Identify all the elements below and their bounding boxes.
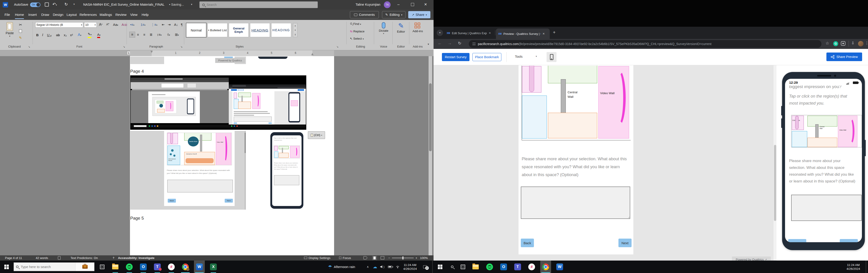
restart-survey-button[interactable]: Restart Survey: [442, 53, 469, 61]
font-dialog-launcher[interactable]: ↘: [123, 45, 125, 48]
survey-scrollbar[interactable]: [774, 65, 776, 261]
text-effects-icon[interactable]: A▾: [78, 33, 81, 37]
tab-design[interactable]: Design: [52, 9, 65, 20]
document-page[interactable]: Powered by Qualtrics Page 4: [130, 56, 334, 255]
zoom-slider[interactable]: [392, 257, 414, 258]
onedrive-icon[interactable]: ☁: [372, 261, 378, 273]
textarea-resize-handle[interactable]: [628, 216, 630, 218]
reload-icon[interactable]: ↻: [458, 41, 461, 46]
style-heading-2[interactable]: HEADING: [271, 23, 291, 37]
floorplan-video-wall-room[interactable]: [598, 66, 629, 139]
redo-icon[interactable]: ↻: [64, 2, 68, 7]
floorplan-blue-room[interactable]: [522, 95, 547, 139]
taskbar2-slack[interactable]: #: [526, 261, 537, 273]
tab-file[interactable]: File: [2, 9, 13, 20]
replace-button[interactable]: ⇆ Replace: [350, 29, 365, 33]
addins-button[interactable]: Add-ins: [410, 22, 425, 33]
volume-icon[interactable]: ): [379, 261, 385, 273]
tab-insert[interactable]: Insert: [26, 9, 39, 20]
new-tab-icon[interactable]: +: [553, 30, 556, 35]
zoom-level[interactable]: 100%: [420, 255, 428, 261]
align-center-button[interactable]: ≡: [137, 33, 139, 36]
sort-icon[interactable]: A↓: [174, 23, 178, 26]
site-settings-icon[interactable]: [472, 43, 475, 45]
minimize-button[interactable]: –: [397, 2, 399, 7]
ruler[interactable]: L 1 2 3 4 5 6: [0, 50, 434, 56]
borders-icon[interactable]: ⊞▾: [175, 33, 179, 37]
status-words[interactable]: 42 words: [36, 255, 48, 261]
taskbar2-word[interactable]: W: [554, 261, 565, 273]
font-color-button[interactable]: A▾: [97, 33, 101, 36]
doc-image-screenshot-2[interactable]: Satellite Model Informational Panels Int…: [130, 131, 306, 210]
word-search-input[interactable]: [207, 3, 297, 6]
status-predictions[interactable]: Text Predictions: On: [70, 255, 98, 261]
floorplan-entry-pill[interactable]: [529, 66, 534, 92]
tab-view[interactable]: View: [128, 9, 139, 20]
font-size-combo[interactable]: 10▾: [84, 22, 97, 28]
clock[interactable]: 11:24 AM 4/26/2024: [401, 261, 419, 273]
tab-search-icon[interactable]: ▾: [437, 30, 443, 36]
styles-gallery-scroll[interactable]: ▴▾⊻: [293, 23, 298, 37]
search-highlight-button[interactable]: [75, 263, 94, 271]
paragraph-dialog-launcher[interactable]: ↘: [180, 45, 182, 48]
status-accessibility[interactable]: Accessibility: Investigate: [118, 255, 154, 261]
grammarly-extension-icon[interactable]: G: [833, 41, 838, 46]
tab-references[interactable]: References: [79, 9, 98, 20]
align-right-button[interactable]: ≡: [143, 33, 145, 36]
title-chevron-icon[interactable]: ▾: [191, 3, 192, 6]
task-view-button-2[interactable]: [458, 261, 468, 273]
pilcrow-icon[interactable]: ¶: [181, 23, 183, 26]
phone-next-button[interactable]: [840, 239, 858, 242]
tab-help[interactable]: Help: [140, 9, 151, 20]
editor-button[interactable]: ✎ Editor: [394, 22, 408, 33]
taskbar-slack[interactable]: #: [166, 261, 177, 273]
undo-icon[interactable]: ↶▾: [53, 2, 57, 7]
subscript-button[interactable]: x₂: [64, 33, 67, 37]
grow-font-icon[interactable]: A▴: [99, 23, 102, 27]
numbering-icon[interactable]: 1≡▾: [141, 23, 146, 26]
decrease-indent-icon[interactable]: ⇤: [162, 23, 165, 27]
next-button[interactable]: Next: [618, 239, 631, 247]
taskbar-outlook[interactable]: O: [138, 261, 149, 273]
line-spacing-icon[interactable]: ↕≡▾: [157, 33, 162, 36]
tray-expand-icon[interactable]: ∧: [364, 261, 371, 273]
floorplan-orange-room[interactable]: [548, 113, 597, 138]
superscript-button[interactable]: x²: [70, 33, 73, 37]
comments-button[interactable]: Comments: [350, 11, 379, 18]
tab-close-icon[interactable]: ✕: [542, 32, 545, 35]
read-mode-icon[interactable]: [364, 256, 367, 260]
start-button[interactable]: [0, 261, 13, 273]
place-bookmark-button[interactable]: Place Bookmark: [472, 53, 501, 61]
doc-image-screenshot-1[interactable]: [130, 75, 306, 130]
tools-chevron-icon[interactable]: ▾: [536, 55, 537, 57]
forward-icon[interactable]: →: [447, 41, 452, 46]
taskbar-excel[interactable]: X: [208, 261, 219, 273]
clipboard-dialog-launcher[interactable]: ↘: [28, 45, 30, 48]
menu-dots-icon[interactable]: ⋮: [865, 41, 868, 46]
font-name-combo[interactable]: Segoe UI Historic (B▾: [35, 22, 83, 28]
style-normal[interactable]: Normal: [186, 23, 206, 37]
doc-image-partial[interactable]: Powered by Qualtrics: [130, 57, 306, 64]
phone-floorplan-image[interactable]: Entry Area Central Wall Video Wall: [791, 115, 862, 147]
copy-icon[interactable]: [19, 29, 22, 33]
survey-scrollbar-thumb[interactable]: [774, 145, 776, 221]
word-scrollbar-thumb[interactable]: [429, 83, 432, 151]
shrink-font-icon[interactable]: A▾: [106, 23, 109, 26]
align-left-button[interactable]: ≡: [129, 32, 135, 37]
taskbar2-outlook[interactable]: O: [498, 261, 509, 273]
tab-layout[interactable]: Layout: [65, 9, 78, 20]
omnibox[interactable]: pacificresearch.qualtrics.com/jfe/previe…: [469, 40, 822, 48]
format-painter-icon[interactable]: ✎: [19, 36, 22, 40]
tab-mailings[interactable]: Mailings: [98, 9, 114, 20]
zoom-out-button[interactable]: −: [388, 255, 390, 261]
search-icon-button-2[interactable]: [447, 261, 457, 273]
editing-mode-button[interactable]: ✎ Editing ▾: [382, 11, 405, 18]
print-layout-icon[interactable]: [372, 256, 377, 260]
mobile-view-toggle[interactable]: [547, 52, 557, 62]
taskbar-word-active[interactable]: W: [194, 261, 205, 273]
start-button-2[interactable]: [434, 261, 447, 273]
paste-button[interactable]: Paste ▾: [3, 22, 16, 44]
downloads-icon[interactable]: ⇩: [851, 41, 855, 46]
tools-dropdown[interactable]: Tools: [515, 55, 523, 58]
status-focus[interactable]: Focus: [339, 255, 351, 261]
